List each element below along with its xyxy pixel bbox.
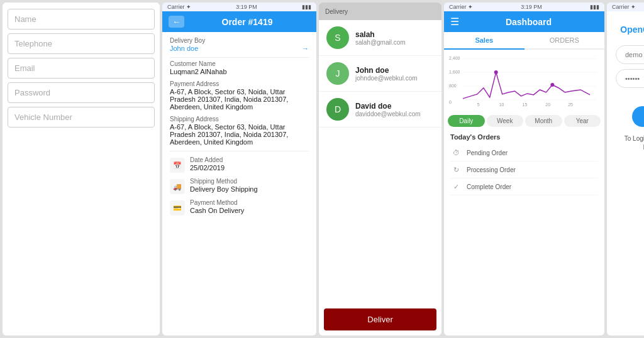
line-chart-svg: 2,400 1,600 800 0 5 10 15 20 25 — [449, 53, 599, 110]
login-body: OpenCart Delivery Boy Forget Password Lo… — [607, 11, 644, 165]
dashboard-sales-panel: Carrier ✦ 3:19 PM ▮▮▮ ☰ Dashboard Sales … — [444, 3, 604, 335]
delivery-boy-label: Delivery Boy — [170, 37, 309, 44]
pending-order-label: Pending Order — [467, 150, 508, 156]
svg-text:10: 10 — [499, 102, 504, 107]
contact-info-johndoe: John doe johndoe@webkul.com — [355, 66, 418, 82]
complete-order-label: Complete Order — [467, 183, 511, 190]
shipping-addr-section: Shipping Address A-67, A Block, Sector 6… — [170, 116, 309, 146]
date-row: 📅 Date Added 25/02/2019 — [170, 154, 309, 175]
btn-daily[interactable]: Daily — [448, 115, 485, 127]
battery-icon: ▮▮▮ — [302, 4, 311, 10]
btn-year[interactable]: Year — [564, 115, 601, 127]
avatar-salah: S — [326, 26, 349, 49]
order-title: Order #1419 — [184, 17, 310, 27]
processing-order-label: Processing Order — [467, 166, 516, 173]
order-detail-panel: Carrier ✦ 3:19 PM ▮▮▮ ← Order #1419 Deli… — [162, 3, 316, 335]
contact-info-daviddoe: David doe daviddoe@webkul.com — [355, 102, 421, 117]
name-input[interactable] — [8, 9, 155, 30]
contact-item-salah[interactable]: S salah salah@gmail.com — [319, 20, 441, 56]
email-input[interactable] — [8, 58, 155, 79]
contacts-header: Delivery — [319, 3, 441, 20]
telephone-input[interactable] — [8, 33, 155, 54]
shipping-addr-label: Shipping Address — [170, 116, 309, 123]
svg-point-14 — [550, 83, 554, 87]
dash1-carrier-bar: Carrier ✦ 3:19 PM ▮▮▮ — [444, 3, 604, 11]
calendar-icon: 📅 — [170, 158, 185, 173]
clock-icon: ⏱ — [450, 147, 462, 158]
svg-text:5: 5 — [477, 102, 480, 107]
svg-text:25: 25 — [568, 102, 573, 107]
login-panel: Carrier ✦ 3:18 PM ▮▮ OpenCart Delivery B… — [607, 3, 644, 335]
app-title: OpenCart Delivery Boy — [620, 24, 644, 35]
svg-point-13 — [494, 70, 498, 74]
truck-icon: 🚚 — [170, 179, 185, 194]
dash1-title: Dashboard — [459, 17, 598, 27]
line-chart-area: 2,400 1,600 800 0 5 10 15 20 25 — [444, 50, 604, 112]
back-button[interactable]: ← — [169, 16, 184, 28]
shipping-method-row: 🚚 Shipping Method Delivery Boy Shipping — [170, 175, 309, 197]
deliver-button[interactable]: Deliver — [324, 308, 436, 330]
refresh-icon: ↻ — [450, 164, 462, 175]
order-body: Delivery Boy John doe → Customer Name Lu… — [162, 32, 316, 335]
shipping-addr-value: A-67, A Block, Sector 63, Noida, Uttar P… — [170, 123, 309, 146]
carrier-label: Carrier ✦ — [167, 4, 191, 10]
svg-text:2,400: 2,400 — [449, 56, 460, 60]
dash1-header: ☰ Dashboard — [444, 11, 604, 32]
payment-addr-value: A-67, A Block, Sector 63, Noida, Uttar P… — [170, 88, 309, 111]
time-buttons: Daily Week Month Year — [444, 112, 604, 129]
dash1-tabs: Sales ORDERS — [444, 32, 604, 50]
contact-item-daviddoe[interactable]: D David doe daviddoe@webkul.com — [319, 92, 441, 128]
contact-item-johndoe[interactable]: J John doe johndoe@webkul.com — [319, 56, 441, 92]
pending-order-row[interactable]: ⏱ Pending Order — [450, 144, 598, 161]
customer-section: Customer Name Luqman2 AlNahab — [170, 60, 309, 75]
carrier-bar: Carrier ✦ 3:19 PM ▮▮▮ — [162, 3, 316, 11]
registration-form — [3, 3, 160, 335]
password-input[interactable] — [616, 69, 644, 88]
avatar-johndoe: J — [326, 62, 349, 85]
tab-orders[interactable]: ORDERS — [525, 32, 605, 48]
customer-label: Customer Name — [170, 60, 309, 67]
dash1-menu-icon[interactable]: ☰ — [450, 16, 459, 28]
time-label: 3:19 PM — [236, 4, 257, 10]
btn-week[interactable]: Week — [487, 115, 524, 127]
contacts-panel: Delivery S salah salah@gmail.com J John … — [319, 3, 441, 335]
svg-text:1,600: 1,600 — [449, 70, 460, 74]
username-input[interactable] — [616, 45, 644, 64]
arrow-icon: → — [302, 45, 309, 52]
payment-addr-label: Payment Address — [170, 80, 309, 87]
svg-text:0: 0 — [449, 100, 452, 104]
todays-orders-section: Today's Orders ⏱ Pending Order ↻ Process… — [444, 129, 604, 199]
contact-info-salah: salah salah@gmail.com — [355, 30, 406, 46]
complete-order-row[interactable]: ✓ Complete Order — [450, 178, 598, 195]
payment-icon: 💳 — [170, 200, 185, 215]
delivery-boy-section: Delivery Boy John doe → — [170, 37, 309, 52]
tab-sales[interactable]: Sales — [444, 32, 525, 50]
vehicle-number-input[interactable] — [8, 107, 155, 128]
check-icon: ✓ — [450, 181, 462, 192]
delivery-boy-value[interactable]: John doe → — [170, 45, 309, 52]
payment-method-row: 💳 Payment Method Cash On Delivery — [170, 197, 309, 218]
login-button[interactable]: Login — [632, 106, 644, 127]
svg-text:15: 15 — [523, 102, 528, 107]
password-input[interactable] — [8, 82, 155, 103]
customer-value: Luqman2 AlNahab — [170, 68, 309, 75]
processing-order-row[interactable]: ↻ Processing Order — [450, 161, 598, 178]
login-hint: To Login as Delivery boy try the below C… — [616, 134, 644, 152]
login-carrier-bar: Carrier ✦ 3:18 PM ▮▮ — [607, 3, 644, 11]
payment-addr-section: Payment Address A-67, A Block, Sector 63… — [170, 80, 309, 111]
avatar-daviddoe: D — [326, 98, 349, 121]
svg-text:20: 20 — [545, 102, 550, 107]
order-header: ← Order #1419 — [162, 11, 316, 32]
orders-section-title: Today's Orders — [450, 133, 598, 141]
svg-text:800: 800 — [449, 84, 457, 88]
btn-month[interactable]: Month — [525, 115, 562, 127]
